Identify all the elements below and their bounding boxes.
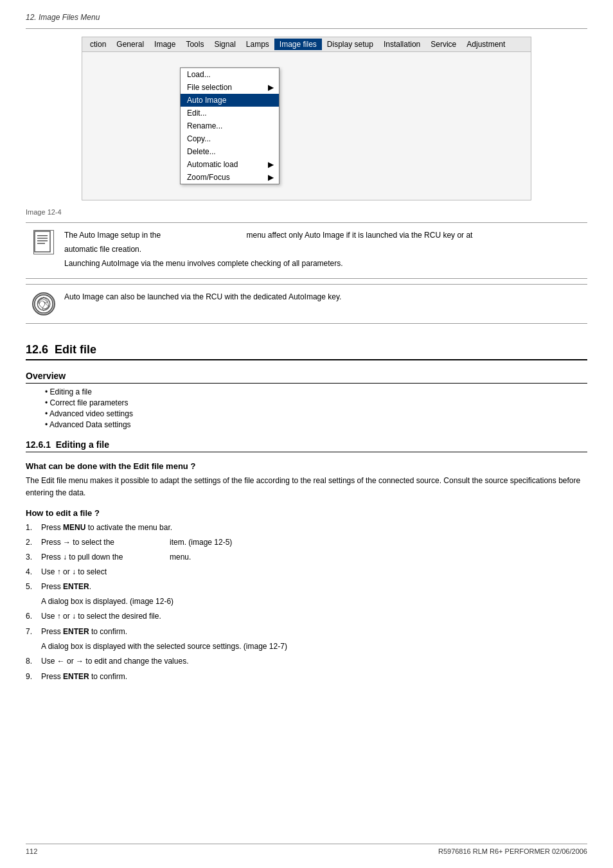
step-7-sub: A dialog box is displayed with the selec… xyxy=(41,641,587,652)
arrow-icon-2: ▶ xyxy=(268,160,274,169)
svg-rect-3 xyxy=(37,240,48,242)
step-7-num: 7. xyxy=(26,626,41,637)
footer-page-number: 112 xyxy=(26,847,37,855)
note2-content: Auto Image can also be launched via the … xyxy=(64,291,582,305)
svg-rect-2 xyxy=(37,238,48,239)
step-5-text: Press ENTER. xyxy=(41,581,587,592)
note-box-1: The Auto Image setup in the menu affect … xyxy=(26,222,587,279)
dropdown-item-delete[interactable]: Delete... xyxy=(181,145,279,158)
menu-item-signal[interactable]: Signal xyxy=(209,39,240,50)
arrow-icon: ▶ xyxy=(268,83,274,92)
overview-list: Editing a file Correct file parameters A… xyxy=(45,387,587,429)
footer-doc-info: R5976816 RLM R6+ PERFORMER 02/06/2006 xyxy=(438,847,587,855)
step-3-num: 3. xyxy=(26,551,41,563)
step-6-num: 6. xyxy=(26,610,41,622)
page-footer: 112 R5976816 RLM R6+ PERFORMER 02/06/200… xyxy=(26,844,587,855)
step-9: 9. Press ENTER to confirm. xyxy=(26,671,587,682)
dropdown-menu: Load... File selection▶ Auto Image Edit.… xyxy=(180,67,280,184)
step-7-text: Press ENTER to confirm. xyxy=(41,626,587,637)
step-1-text: Press MENU to activate the menu bar. xyxy=(41,522,587,533)
note1-text3: Launching AutoImage via the menu involve… xyxy=(64,259,343,268)
page-header: 12. Image Files Menu xyxy=(26,13,587,22)
menu-item-imagefiles[interactable]: Image files xyxy=(274,39,322,50)
svg-rect-4 xyxy=(37,243,45,244)
how-to-edit-heading: How to edit a file ? xyxy=(26,508,587,518)
step-2-left: Press → to select the xyxy=(41,536,170,548)
dropdown-item-automaticload[interactable]: Automatic load▶ xyxy=(181,158,279,171)
step-2: 2. Press → to select the item. (image 12… xyxy=(26,536,587,548)
menu-bar: ction General Image Tools Signal Lamps I… xyxy=(82,37,531,52)
image-caption: Image 12-4 xyxy=(26,208,587,216)
menu-item-service[interactable]: Service xyxy=(425,39,461,50)
menu-item-tools[interactable]: Tools xyxy=(181,39,209,50)
step-8-text: Use ← or → to edit and change the values… xyxy=(41,655,587,667)
overview-item-2: Correct file parameters xyxy=(45,398,587,407)
note-box-2: Auto Image can also be launched via the … xyxy=(26,284,587,324)
menu-item-general[interactable]: General xyxy=(111,39,149,50)
step-4-text: Use ↑ or ↓ to select xyxy=(41,566,587,578)
step-8: 8. Use ← or → to edit and change the val… xyxy=(26,655,587,667)
svg-point-7 xyxy=(37,297,50,310)
note-icon-rcu xyxy=(31,291,57,317)
step-6: 6. Use ↑ or ↓ to select the desired file… xyxy=(26,610,587,622)
overview-item-4: Advanced Data settings xyxy=(45,420,587,429)
note1-text-part1: The Auto Image setup in the xyxy=(64,231,161,240)
note1-text2: automatic file creation. xyxy=(64,245,141,254)
menu-item-installation[interactable]: Installation xyxy=(378,39,425,50)
step-9-text: Press ENTER to confirm. xyxy=(41,671,587,682)
step-5: 5. Press ENTER. xyxy=(26,581,587,592)
note-icon-doc xyxy=(31,229,57,255)
steps-list: 1. Press MENU to activate the menu bar. … xyxy=(26,522,587,682)
step-4: 4. Use ↑ or ↓ to select xyxy=(26,566,587,578)
menu-item-action[interactable]: ction xyxy=(85,39,111,50)
overview-heading: Overview xyxy=(26,371,587,384)
note1-content: The Auto Image setup in the menu affect … xyxy=(64,229,582,272)
step-1-num: 1. xyxy=(26,522,41,533)
dropdown-item-fileselection[interactable]: File selection▶ xyxy=(181,81,279,94)
dropdown-item-copy[interactable]: Copy... xyxy=(181,132,279,145)
step-7: 7. Press ENTER to confirm. xyxy=(26,626,587,637)
rcu-remote-icon xyxy=(32,292,55,315)
note1-text-part2: menu affect only Auto Image if it is lau… xyxy=(246,231,472,240)
document-icon xyxy=(33,230,54,254)
step-2-text: Press → to select the item. (image 12-5) xyxy=(41,536,587,548)
menu-item-adjustment[interactable]: Adjustment xyxy=(461,39,510,50)
step-9-num: 9. xyxy=(26,671,41,682)
dropdown-item-autoimage[interactable]: Auto Image xyxy=(181,94,279,107)
step-3-left: Press ↓ to pull down the xyxy=(41,551,170,563)
svg-rect-0 xyxy=(35,231,50,252)
step-2-right: item. (image 12-5) xyxy=(170,536,587,548)
step-3-right: menu. xyxy=(170,551,587,563)
overview-item-3: Advanced video settings xyxy=(45,409,587,418)
step-1: 1. Press MENU to activate the menu bar. xyxy=(26,522,587,533)
edit-what-body: The Edit file menu makes it possible to … xyxy=(26,475,587,499)
dropdown-item-edit[interactable]: Edit... xyxy=(181,107,279,120)
menu-screenshot: ction General Image Tools Signal Lamps I… xyxy=(82,37,531,200)
arrow-icon-3: ▶ xyxy=(268,173,274,182)
edit-what-heading: What can be done with the Edit file menu… xyxy=(26,461,587,471)
step-2-num: 2. xyxy=(26,536,41,548)
menu-item-displaysetup[interactable]: Display setup xyxy=(322,39,378,50)
section-title: 12.6 Edit file xyxy=(26,343,587,360)
note2-text: Auto Image can also be launched via the … xyxy=(64,292,341,301)
overview-item-1: Editing a file xyxy=(45,387,587,396)
subsection-1-title: 12.6.1 Editing a file xyxy=(26,439,587,452)
step-3-text: Press ↓ to pull down the menu. xyxy=(41,551,587,563)
step-5-sub: A dialog box is displayed. (image 12-6) xyxy=(41,596,587,607)
step-3: 3. Press ↓ to pull down the menu. xyxy=(26,551,587,563)
step-5-num: 5. xyxy=(26,581,41,592)
svg-rect-1 xyxy=(37,235,48,236)
step-8-num: 8. xyxy=(26,655,41,667)
dropdown-item-zoomfocus[interactable]: Zoom/Focus▶ xyxy=(181,171,279,184)
menu-item-image[interactable]: Image xyxy=(149,39,181,50)
step-6-text: Use ↑ or ↓ to select the desired file. xyxy=(41,610,587,622)
dropdown-item-load[interactable]: Load... xyxy=(181,68,279,81)
dropdown-item-rename[interactable]: Rename... xyxy=(181,120,279,132)
step-4-num: 4. xyxy=(26,566,41,578)
menu-item-lamps[interactable]: Lamps xyxy=(241,39,274,50)
